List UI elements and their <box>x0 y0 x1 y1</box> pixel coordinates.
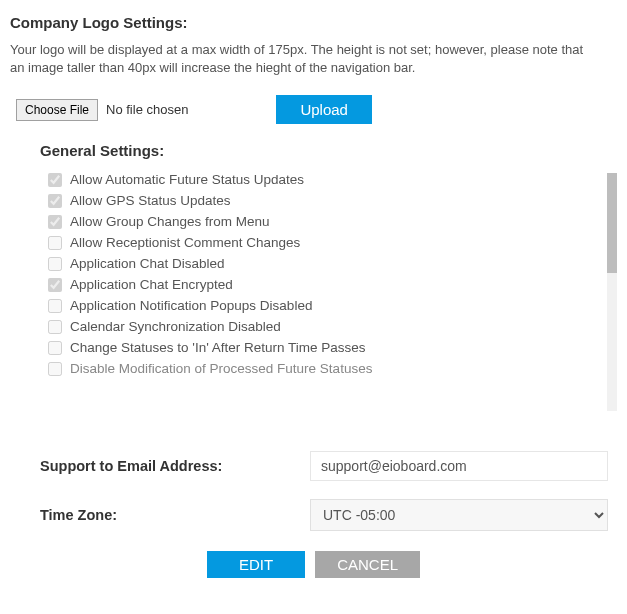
setting-label: Disable Modification of Processed Future… <box>70 361 372 376</box>
setting-row: Calendar Synchronization Disabled <box>40 316 597 337</box>
setting-row: Allow GPS Status Updates <box>40 190 597 211</box>
setting-label: Application Chat Disabled <box>70 256 225 271</box>
file-upload-row: Choose File No file chosen Upload <box>10 95 617 124</box>
upload-button[interactable]: Upload <box>276 95 372 124</box>
setting-label: Application Notification Popups Disabled <box>70 298 312 313</box>
setting-row: Allow Receptionist Comment Changes <box>40 232 597 253</box>
cancel-button[interactable]: CANCEL <box>315 551 420 578</box>
setting-label: Calendar Synchronization Disabled <box>70 319 281 334</box>
setting-checkbox[interactable] <box>48 341 62 355</box>
setting-checkbox[interactable] <box>48 299 62 313</box>
setting-label: Allow Automatic Future Status Updates <box>70 172 304 187</box>
setting-row: Allow Automatic Future Status Updates <box>40 169 597 190</box>
edit-button[interactable]: EDIT <box>207 551 305 578</box>
setting-checkbox[interactable] <box>48 362 62 376</box>
timezone-row: Time Zone: UTC -05:00 <box>40 499 617 531</box>
setting-checkbox[interactable] <box>48 320 62 334</box>
setting-label: Allow Receptionist Comment Changes <box>70 235 300 250</box>
general-settings-title: General Settings: <box>40 142 617 159</box>
setting-label: Change Statuses to 'In' After Return Tim… <box>70 340 366 355</box>
scrollbar-thumb[interactable] <box>607 173 617 273</box>
setting-checkbox[interactable] <box>48 215 62 229</box>
setting-checkbox[interactable] <box>48 173 62 187</box>
setting-checkbox[interactable] <box>48 278 62 292</box>
setting-checkbox[interactable] <box>48 257 62 271</box>
support-email-label: Support to Email Address: <box>40 458 310 474</box>
setting-row: Change Statuses to 'In' After Return Tim… <box>40 337 597 358</box>
logo-description: Your logo will be displayed at a max wid… <box>10 41 590 77</box>
setting-checkbox[interactable] <box>48 236 62 250</box>
timezone-select[interactable]: UTC -05:00 <box>310 499 608 531</box>
setting-label: Allow GPS Status Updates <box>70 193 231 208</box>
choose-file-button[interactable]: Choose File <box>16 99 98 121</box>
action-buttons: EDIT CANCEL <box>10 551 617 578</box>
settings-list: Allow Automatic Future Status UpdatesAll… <box>40 169 617 415</box>
setting-row: Application Chat Encrypted <box>40 274 597 295</box>
support-email-input[interactable] <box>310 451 608 481</box>
setting-checkbox[interactable] <box>48 194 62 208</box>
file-status-text: No file chosen <box>106 102 188 117</box>
setting-label: Allow Group Changes from Menu <box>70 214 270 229</box>
setting-row: Allow Group Changes from Menu <box>40 211 597 232</box>
setting-row: Disable Modification of Processed Future… <box>40 358 597 379</box>
setting-row: Application Chat Disabled <box>40 253 597 274</box>
support-email-row: Support to Email Address: <box>40 451 617 481</box>
setting-row: Application Notification Popups Disabled <box>40 295 597 316</box>
scrollbar-track[interactable] <box>607 173 617 411</box>
setting-label: Application Chat Encrypted <box>70 277 233 292</box>
timezone-label: Time Zone: <box>40 507 310 523</box>
logo-settings-title: Company Logo Settings: <box>10 14 617 31</box>
